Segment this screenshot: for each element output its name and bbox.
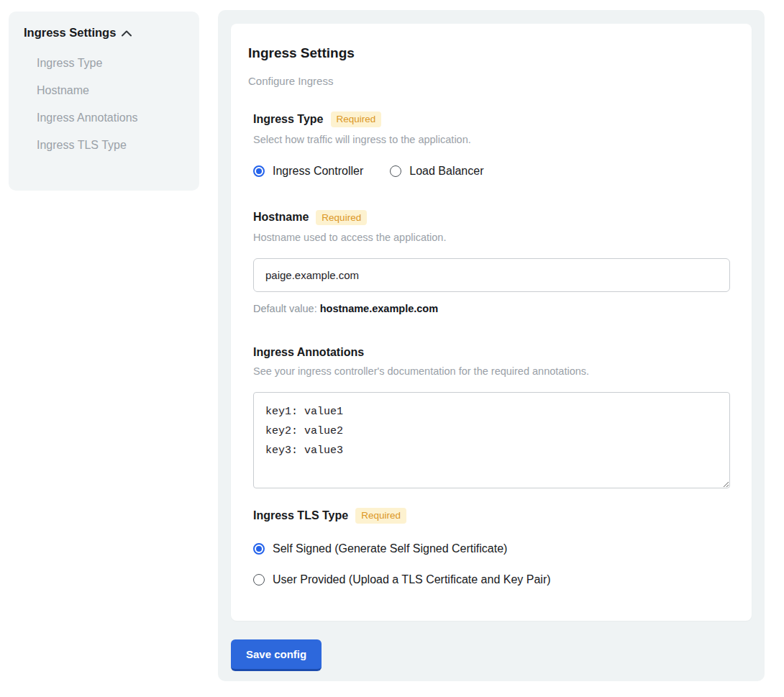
ingress-annotations-textarea[interactable]: key1: value1 key2: value2 key3: value3 [253, 392, 730, 488]
sidebar-section-toggle[interactable]: Ingress Settings [24, 26, 188, 40]
ingress-type-radio-group: Ingress Controller Load Balancer [253, 165, 734, 178]
hostname-label: Hostname [253, 211, 309, 224]
hostname-description: Hostname used to access the application. [253, 232, 734, 243]
radio-icon [253, 543, 265, 555]
sidebar-section-title: Ingress Settings [24, 26, 116, 40]
radio-label: User Provided (Upload a TLS Certificate … [273, 573, 551, 586]
radio-label: Self Signed (Generate Self Signed Certif… [273, 542, 507, 555]
field-ingress-tls-type: Ingress TLS Type Required Self Signed (G… [253, 508, 734, 586]
field-ingress-annotations: Ingress Annotations See your ingress con… [253, 346, 734, 488]
ingress-annotations-description: See your ingress controller's documentat… [253, 365, 734, 377]
radio-option-user-provided[interactable]: User Provided (Upload a TLS Certificate … [253, 573, 734, 586]
settings-panel: Ingress Settings Configure Ingress Ingre… [218, 10, 765, 681]
required-badge: Required [331, 111, 382, 127]
ingress-type-label: Ingress Type [253, 113, 324, 126]
radio-label: Load Balancer [409, 165, 483, 178]
radio-option-ingress-controller[interactable]: Ingress Controller [253, 165, 363, 178]
sidebar-item-ingress-type[interactable]: Ingress Type [24, 50, 188, 77]
card-title: Ingress Settings [248, 45, 734, 61]
radio-icon [253, 574, 265, 586]
card-subtitle: Configure Ingress [248, 75, 734, 87]
sidebar: Ingress Settings Ingress Type Hostname I… [9, 12, 199, 191]
radio-option-load-balancer[interactable]: Load Balancer [390, 165, 483, 178]
ingress-type-description: Select how traffic will ingress to the a… [253, 134, 734, 145]
radio-icon [390, 165, 401, 177]
save-config-button[interactable]: Save config [231, 639, 322, 671]
form-sections: Ingress Type Required Select how traffic… [253, 111, 734, 586]
radio-option-self-signed[interactable]: Self Signed (Generate Self Signed Certif… [253, 542, 734, 555]
default-value-prefix: Default value: [253, 303, 317, 314]
chevron-up-icon [122, 30, 132, 37]
required-badge: Required [316, 210, 367, 226]
field-hostname: Hostname Required Hostname used to acces… [253, 210, 734, 315]
ingress-settings-card: Ingress Settings Configure Ingress Ingre… [231, 24, 752, 621]
default-value-text: hostname.example.com [320, 303, 438, 314]
hostname-input[interactable] [253, 258, 730, 292]
ingress-annotations-label: Ingress Annotations [253, 346, 364, 359]
sidebar-item-ingress-tls-type[interactable]: Ingress TLS Type [24, 132, 188, 159]
hostname-default-line: Default value:hostname.example.com [253, 303, 734, 314]
radio-label: Ingress Controller [273, 165, 363, 178]
ingress-tls-type-label: Ingress TLS Type [253, 509, 348, 522]
sidebar-item-hostname[interactable]: Hostname [24, 77, 188, 104]
field-ingress-type: Ingress Type Required Select how traffic… [253, 111, 734, 178]
sidebar-nav: Ingress Type Hostname Ingress Annotation… [24, 50, 188, 159]
required-badge: Required [355, 508, 406, 524]
sidebar-item-ingress-annotations[interactable]: Ingress Annotations [24, 104, 188, 132]
tls-type-radio-group: Self Signed (Generate Self Signed Certif… [253, 542, 734, 586]
radio-icon [253, 165, 265, 177]
